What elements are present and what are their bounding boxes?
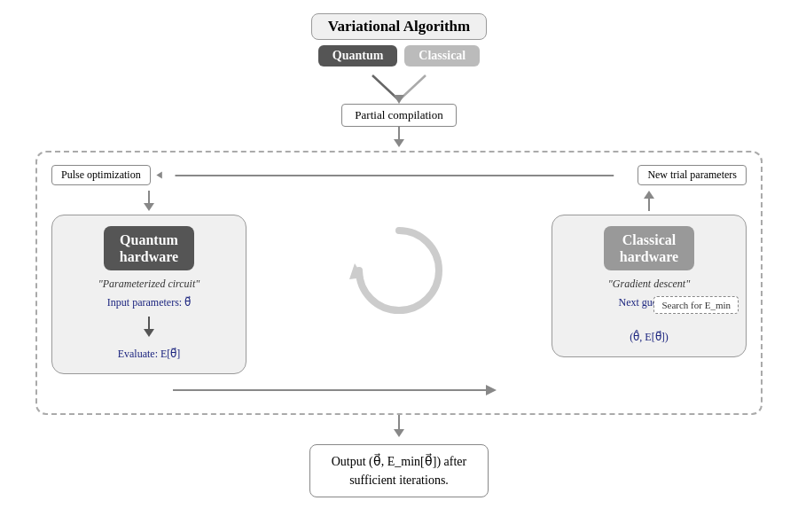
new-trial-parameters-box: New trial parameters xyxy=(638,165,747,185)
quantum-hw-subtitle: "Parameterized circuit" xyxy=(98,278,200,291)
quantum-hardware-box: Quantum hardware "Parameterized circuit"… xyxy=(51,215,246,374)
svg-marker-7 xyxy=(486,385,497,395)
title-box: Variational Algorithm xyxy=(311,13,487,40)
classical-hardware-box: Classical hardware "Gradient descent" Ne… xyxy=(552,215,747,357)
svg-marker-2 xyxy=(394,95,404,104)
quantum-hw-evaluate: Evaluate: E[θ⃗] xyxy=(118,348,181,361)
circular-arrow-svg xyxy=(346,217,452,324)
bottom-arrow-svg xyxy=(53,379,745,401)
diagram: Variational Algorithm Quantum Classical … xyxy=(18,13,780,519)
output-box: Output (θ⃗, E_min[θ⃗]) after sufficient … xyxy=(309,444,489,497)
inner-row: Quantum hardware "Parameterized circuit"… xyxy=(51,191,747,374)
dashed-container: Pulse optimization New trial parameters xyxy=(35,147,763,437)
top-labels-row: Pulse optimization New trial parameters xyxy=(51,165,747,185)
pulse-optimization-box: Pulse optimization xyxy=(51,165,151,185)
partial-to-inner-arrow xyxy=(394,127,404,147)
partial-compilation-box: Partial compilation xyxy=(341,104,456,127)
dashed-to-output-arrow xyxy=(35,415,763,437)
outer-dashed-box: Pulse optimization New trial parameters xyxy=(35,151,763,415)
title-text: Variational Algorithm xyxy=(328,18,470,35)
svg-marker-4 xyxy=(156,171,161,178)
horiz-arrow-left-svg xyxy=(151,167,638,184)
search-emin-box: Search for E_min xyxy=(653,296,739,314)
quantum-hw-input-params: Input parameters: θ⃗ xyxy=(107,296,191,309)
output-line1: Output (θ⃗, E_min[θ⃗]) after xyxy=(332,455,467,468)
classical-button: Classical xyxy=(404,45,480,66)
classical-hw-tuple: (θ̂, E[θ⃗]) xyxy=(630,331,668,344)
quantum-button: Quantum xyxy=(318,45,398,66)
top-buttons: Quantum Classical xyxy=(318,45,480,66)
center-area xyxy=(246,217,552,324)
classical-hw-subtitle: "Gradient descent" xyxy=(608,278,690,291)
input-to-evaluate-arrow xyxy=(144,317,154,337)
output-line2: sufficient iterations. xyxy=(349,473,449,487)
classical-to-new-trial-arrow xyxy=(644,191,654,211)
quantum-hw-label: Quantum hardware xyxy=(104,226,194,270)
pulse-to-quantum-arrow xyxy=(144,191,154,211)
classical-hw-label: Classical hardware xyxy=(604,226,694,270)
evaluate-to-classical-arrow-row xyxy=(51,379,747,401)
